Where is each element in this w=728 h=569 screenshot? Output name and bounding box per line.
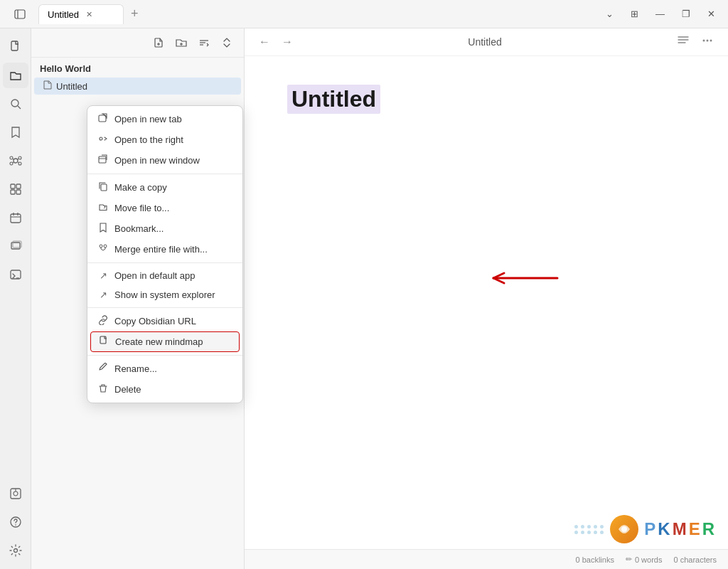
- sidebar-toggle-button[interactable]: [7, 1, 33, 27]
- editor-content[interactable]: Untitled: [245, 56, 728, 549]
- ctx-open-new-tab[interactable]: Open in new tab: [87, 109, 242, 129]
- ctx-merge-file[interactable]: Merge entire file with...: [87, 239, 242, 260]
- svg-point-46: [104, 245, 107, 248]
- nav-back-button[interactable]: ←: [256, 34, 273, 50]
- title-bar: Untitled ✕ + ⌄ ⊞ — ❐ ✕: [0, 0, 728, 28]
- ctx-show-system-icon: ↗: [97, 289, 109, 300]
- ctx-copy-url-label: Copy Obsidian URL: [114, 316, 196, 326]
- backlinks-count: 0 backlinks: [576, 555, 614, 564]
- close-window-button[interactable]: ✕: [702, 6, 721, 22]
- ctx-create-mindmap-label: Create new mindmap: [115, 336, 203, 347]
- activity-folder-icon[interactable]: [3, 63, 28, 88]
- svg-line-12: [13, 162, 14, 164]
- window-controls: ⌄ ⊞ — ❐ ✕: [600, 6, 721, 22]
- ctx-create-mindmap[interactable]: Create new mindmap: [90, 331, 240, 352]
- ctx-open-right[interactable]: Open to the right: [87, 129, 242, 150]
- svg-rect-16: [11, 190, 15, 194]
- svg-line-13: [18, 162, 18, 164]
- svg-point-48: [703, 40, 705, 42]
- activity-settings-icon[interactable]: [3, 538, 28, 563]
- activity-grid-icon[interactable]: [3, 176, 28, 202]
- ctx-merge-file-label: Merge entire file with...: [114, 244, 208, 255]
- activity-bookmark-icon[interactable]: [3, 119, 28, 145]
- ctx-merge-file-icon: [97, 243, 109, 255]
- reader-view-button[interactable]: [674, 33, 692, 51]
- ctx-show-system[interactable]: ↗ Show in system explorer: [87, 285, 242, 304]
- ctx-delete[interactable]: Delete: [87, 379, 242, 400]
- sort-icon[interactable]: [196, 34, 213, 51]
- ctx-open-default-label: Open in default app: [114, 270, 195, 281]
- pkmer-text: PKMER: [644, 519, 717, 539]
- arrow-annotation: [479, 267, 564, 292]
- characters-count: 0 characters: [673, 555, 717, 564]
- ctx-bookmark[interactable]: Bookmark...: [87, 218, 242, 239]
- more-options-button[interactable]: [698, 33, 717, 51]
- chevron-down-icon[interactable]: ⌄: [600, 6, 619, 22]
- svg-point-45: [100, 245, 102, 248]
- ctx-rename-label: Rename...: [114, 363, 157, 374]
- activity-graph-icon[interactable]: [3, 148, 28, 174]
- ctx-open-right-icon: [97, 134, 109, 146]
- svg-point-31: [14, 549, 17, 553]
- layout-icon[interactable]: ⊞: [625, 6, 644, 22]
- svg-point-3: [11, 100, 18, 107]
- svg-point-41: [100, 137, 102, 140]
- ctx-make-copy-label: Make a copy: [114, 182, 167, 193]
- activity-calendar-icon[interactable]: [3, 205, 28, 230]
- editor-nav: ← →: [256, 34, 296, 50]
- ctx-move-file[interactable]: Move file to...: [87, 198, 242, 218]
- activity-help-icon[interactable]: [3, 509, 28, 535]
- tab-untitled[interactable]: Untitled ✕: [38, 4, 124, 24]
- nav-forward-button[interactable]: →: [279, 34, 296, 50]
- new-note-icon[interactable]: [150, 34, 167, 51]
- activity-search-icon[interactable]: [3, 91, 28, 117]
- ctx-separator-4: [87, 355, 242, 356]
- ctx-rename[interactable]: Rename...: [87, 358, 242, 379]
- svg-point-49: [707, 40, 709, 42]
- ctx-make-copy[interactable]: Make a copy: [87, 177, 242, 198]
- activity-layers-icon[interactable]: [3, 233, 28, 259]
- ctx-move-file-label: Move file to...: [114, 203, 169, 213]
- ctx-show-system-label: Show in system explorer: [114, 289, 215, 300]
- svg-line-11: [18, 159, 18, 160]
- svg-point-51: [621, 526, 627, 532]
- ctx-open-new-tab-label: Open in new tab: [114, 114, 182, 124]
- pkmer-watermark: PKMER: [574, 515, 717, 543]
- tab-title: Untitled: [48, 9, 79, 20]
- file-icon: [43, 80, 52, 92]
- svg-point-8: [10, 162, 13, 165]
- editor-area: ← → Untitled Unt: [245, 28, 728, 569]
- activity-files-icon[interactable]: [3, 34, 28, 60]
- svg-rect-17: [16, 190, 21, 194]
- svg-rect-24: [11, 270, 21, 279]
- ctx-open-new-tab-icon: [97, 113, 109, 125]
- editor-toolbar: ← → Untitled: [245, 28, 728, 56]
- svg-rect-44: [101, 184, 107, 191]
- restore-button[interactable]: ❐: [676, 6, 696, 22]
- ctx-open-default[interactable]: ↗ Open in default app: [87, 266, 242, 285]
- collapse-icon[interactable]: [218, 34, 235, 51]
- new-tab-button[interactable]: +: [127, 6, 143, 21]
- svg-point-30: [15, 524, 16, 526]
- ctx-bookmark-icon: [97, 223, 109, 235]
- svg-point-7: [18, 156, 21, 159]
- ctx-move-file-icon: [97, 202, 109, 214]
- ctx-copy-url[interactable]: Copy Obsidian URL: [87, 311, 242, 331]
- ctx-separator-1: [87, 174, 242, 174]
- activity-archive-icon[interactable]: [3, 481, 28, 506]
- activity-terminal-icon[interactable]: [3, 262, 28, 287]
- svg-rect-2: [11, 41, 18, 50]
- new-folder-icon[interactable]: [173, 34, 190, 51]
- ctx-open-window[interactable]: Open in new window: [87, 150, 242, 171]
- editor-title: Untitled: [468, 36, 501, 48]
- tab-close-button[interactable]: ✕: [86, 10, 92, 19]
- ctx-create-mindmap-icon: [98, 336, 109, 348]
- file-item-untitled[interactable]: Untitled: [34, 78, 241, 95]
- editor-actions: [674, 33, 717, 51]
- pkmer-logo-circle: [610, 515, 638, 543]
- ctx-delete-icon: [97, 383, 109, 395]
- svg-rect-39: [99, 115, 106, 122]
- svg-point-6: [10, 156, 13, 159]
- minimize-button[interactable]: —: [650, 6, 670, 22]
- ctx-open-default-icon: ↗: [97, 270, 109, 281]
